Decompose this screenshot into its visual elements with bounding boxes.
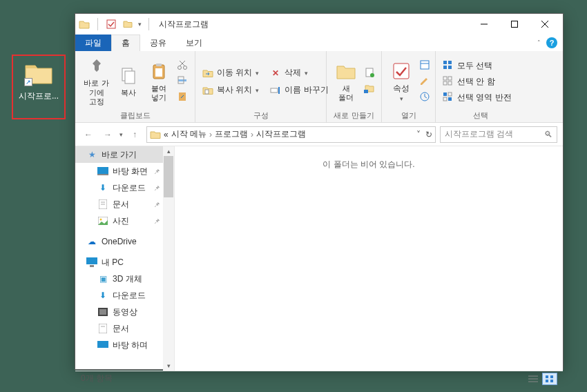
- history-icon[interactable]: [419, 91, 430, 104]
- desktop-shortcut[interactable]: ↗ 시작프로...: [12, 55, 66, 119]
- svg-point-44: [100, 219, 102, 221]
- document-icon: [97, 323, 108, 334]
- shortcut-overlay-icon: ↗: [24, 78, 32, 86]
- svg-rect-19: [278, 87, 280, 94]
- nav-quick-access[interactable]: ★바로 가기: [75, 146, 174, 163]
- history-dropdown-icon[interactable]: ▾: [119, 131, 123, 138]
- nav-onedrive[interactable]: ☁OneDrive: [75, 233, 174, 250]
- navigation-pane: ★바로 가기 바탕 화면📌︎ ⬇다운로드📌︎ 문서📌︎ 사진📌︎ ☁OneDri…: [75, 146, 175, 371]
- titlebar: ▾ 시작프로그램: [75, 14, 563, 35]
- dropdown-icon[interactable]: ˅ ↻: [416, 130, 432, 139]
- svg-rect-58: [550, 380, 553, 382]
- forward-button[interactable]: →: [100, 127, 115, 142]
- svg-rect-17: [205, 90, 209, 94]
- open-icon[interactable]: [419, 59, 430, 72]
- copy-to-button[interactable]: 복사 위치 ▾: [202, 84, 259, 96]
- properties-button[interactable]: 속성 ▾: [386, 57, 416, 106]
- up-button[interactable]: ↑: [127, 127, 142, 142]
- svg-rect-23: [394, 63, 409, 79]
- svg-point-10: [178, 66, 182, 69]
- ribbon: 바로 가기에 고정 복사 붙여넣기 클립보드 이동 위치 ▾ 복사 위치 ▾ ✕…: [75, 51, 563, 123]
- qat-dropdown-icon[interactable]: ▾: [138, 21, 142, 28]
- search-input[interactable]: 시작프로그램 검색 🔍︎: [440, 126, 557, 143]
- tab-file[interactable]: 파일: [75, 35, 111, 51]
- copy-path-icon[interactable]: [177, 75, 188, 88]
- nav-this-pc[interactable]: 내 PC: [75, 254, 174, 271]
- maximize-button[interactable]: [499, 14, 530, 34]
- pin-icon: 📌︎: [153, 217, 160, 225]
- paste-shortcut-icon[interactable]: [177, 91, 188, 104]
- paste-button[interactable]: 붙여넣기: [144, 57, 174, 106]
- folder-content[interactable]: 이 폴더는 비어 있습니다.: [175, 146, 563, 371]
- desktop-icon: [97, 166, 108, 177]
- svg-rect-57: [546, 380, 548, 382]
- document-icon: [97, 199, 108, 210]
- delete-button[interactable]: ✕삭제 ▾: [270, 67, 328, 79]
- nav-pc-documents[interactable]: 문서: [75, 320, 174, 337]
- back-button[interactable]: ←: [81, 127, 96, 142]
- desktop-icon: [97, 340, 108, 351]
- tab-share[interactable]: 공유: [140, 35, 176, 51]
- explorer-window: ▾ 시작프로그램 파일 홈 공유 보기 ˄ ? 바로 가기에 고정 복사 붙여넣…: [75, 13, 564, 370]
- new-item-icon[interactable]: [364, 67, 375, 80]
- select-all-button[interactable]: 모두 선택: [443, 60, 512, 72]
- cut-icon[interactable]: [177, 59, 188, 72]
- move-to-button[interactable]: 이동 위치 ▾: [202, 67, 259, 79]
- nav-pictures[interactable]: 사진📌︎: [75, 213, 174, 229]
- edit-icon[interactable]: [419, 75, 430, 88]
- qat-folder-icon[interactable]: [122, 18, 134, 30]
- nav-pc-desktop[interactable]: 바탕 하며: [75, 337, 174, 353]
- easy-access-icon[interactable]: [364, 83, 375, 96]
- breadcrumb[interactable]: « 시작 메뉴› 프로그램› 시작프로그램 ˅ ↻: [146, 126, 436, 143]
- delete-icon: ✕: [270, 68, 281, 79]
- svg-rect-33: [448, 81, 452, 85]
- nav-pc-downloads[interactable]: ⬇다운로드: [75, 287, 174, 304]
- tab-home[interactable]: 홈: [111, 35, 140, 51]
- nav-desktop[interactable]: 바탕 화면📌︎: [75, 163, 174, 179]
- new-folder-button[interactable]: 새 폴더: [331, 57, 361, 106]
- select-none-button[interactable]: 선택 안 함: [443, 76, 512, 88]
- ribbon-collapse-icon[interactable]: ˄: [537, 39, 541, 46]
- address-bar: ← → ▾ ↑ « 시작 메뉴› 프로그램› 시작프로그램 ˅ ↻ 시작프로그램…: [75, 123, 563, 146]
- svg-rect-38: [97, 167, 108, 174]
- details-view-button[interactable]: [526, 373, 541, 385]
- properties-icon: [390, 60, 412, 82]
- new-folder-icon: [335, 61, 357, 83]
- rename-icon: [270, 85, 281, 96]
- pin-icon: [86, 57, 108, 77]
- move-icon: [202, 68, 213, 79]
- copyto-icon: [202, 85, 213, 96]
- item-count: 0개 항목: [81, 373, 113, 384]
- svg-rect-35: [448, 92, 452, 96]
- app-icon[interactable]: [78, 18, 90, 30]
- invert-selection-icon: [443, 92, 454, 103]
- svg-rect-24: [421, 61, 429, 69]
- svg-rect-56: [550, 375, 553, 378]
- star-icon: ★: [86, 149, 97, 160]
- ribbon-tabs: 파일 홈 공유 보기 ˄ ?: [75, 35, 563, 51]
- pin-to-quick-access-button[interactable]: 바로 가기에 고정: [79, 57, 113, 106]
- nav-videos[interactable]: 동영상: [75, 304, 174, 320]
- body: ★바로 가기 바탕 화면📌︎ ⬇다운로드📌︎ 문서📌︎ 사진📌︎ ☁OneDri…: [75, 146, 563, 371]
- minimize-button[interactable]: [469, 14, 499, 34]
- icons-view-button[interactable]: [542, 373, 557, 385]
- svg-rect-29: [448, 66, 452, 69]
- nav-scrollbar[interactable]: ▴▾: [163, 146, 174, 371]
- cube-icon: ▣: [97, 273, 108, 284]
- nav-3d-objects[interactable]: ▣3D 개체: [75, 271, 174, 287]
- help-icon[interactable]: ?: [546, 37, 557, 48]
- qat-checkbox-icon[interactable]: [105, 18, 117, 30]
- svg-point-11: [184, 66, 187, 69]
- svg-rect-31: [448, 77, 452, 80]
- svg-rect-48: [99, 309, 106, 315]
- svg-rect-34: [443, 92, 447, 96]
- nav-downloads[interactable]: ⬇다운로드📌︎: [75, 179, 174, 196]
- rename-button[interactable]: 이름 바꾸기: [270, 84, 328, 96]
- copy-button[interactable]: 복사: [113, 57, 144, 106]
- close-button[interactable]: [530, 14, 560, 34]
- tab-view[interactable]: 보기: [176, 35, 212, 51]
- select-all-icon: [443, 60, 454, 71]
- nav-documents[interactable]: 문서📌︎: [75, 196, 174, 213]
- invert-selection-button[interactable]: 선택 영역 반전: [443, 92, 512, 104]
- status-bar: 0개 항목: [75, 371, 563, 386]
